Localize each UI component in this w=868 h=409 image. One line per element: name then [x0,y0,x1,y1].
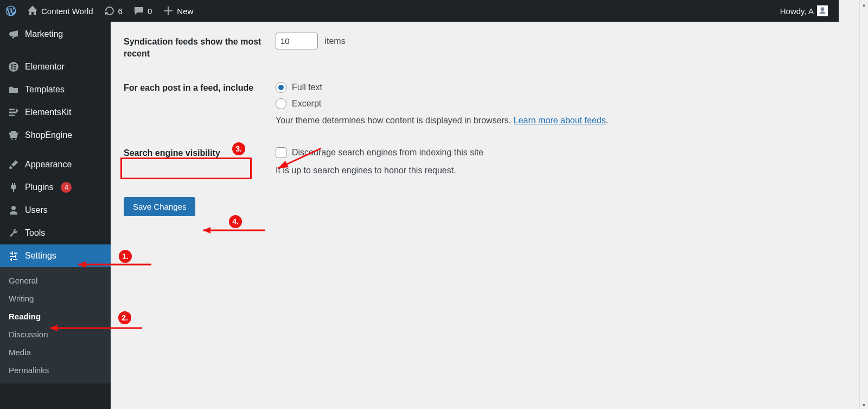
my-account-link[interactable]: Howdy, A [775,0,833,22]
updates-link[interactable]: 6 [99,0,128,22]
search-visibility-label: Search engine visibility [124,147,276,159]
submenu-discussion[interactable]: Discussion [0,325,111,343]
svg-rect-1 [11,64,12,70]
user-icon [8,204,20,216]
sidebar-item-tools[interactable]: Tools [0,222,111,244]
sidebar-item-label: Marketing [25,29,63,39]
cart-icon [8,129,20,141]
sidebar-item-label: Settings [25,251,56,261]
new-content-link[interactable]: New [157,0,199,22]
sidebar-item-label: Users [25,205,48,215]
feeds-recent-input[interactable] [276,33,318,49]
sidebar-item-elementskit[interactable]: ElementsKit [0,101,111,124]
update-icon [104,5,115,16]
row-search-visibility: Search engine visibility Discourage sear… [124,147,826,175]
settings-submenu: General Writing Reading Discussion Media… [0,267,111,383]
sidebar-item-label: Plugins [25,183,53,192]
sidebar-item-users[interactable]: Users [0,199,111,222]
svg-rect-4 [14,68,16,70]
search-visibility-note: It is up to search engines to honor this… [276,166,826,175]
elementskit-icon [8,106,20,118]
megaphone-icon [8,28,20,40]
plus-icon [163,5,174,16]
svg-rect-2 [14,64,16,65]
save-changes-button[interactable]: Save Changes [124,197,195,216]
comments-count: 0 [148,7,152,16]
admin-sidebar: Marketing Elementor Templates ElementsKi… [0,22,111,409]
sidebar-item-label: ElementsKit [25,108,71,117]
row-feed-include: For each post in a feed, include Full te… [124,82,826,125]
wordpress-icon [5,5,16,16]
feed-desc-suffix: . [606,116,608,125]
feed-desc-prefix: Your theme determines how content is dis… [276,116,514,125]
sidebar-item-templates[interactable]: Templates [0,78,111,101]
radio-full-text[interactable] [276,82,286,93]
submenu-writing[interactable]: Writing [0,290,111,307]
sidebar-item-label: ShopEngine [25,130,72,140]
svg-rect-3 [14,66,16,67]
submenu-reading[interactable]: Reading [0,307,111,325]
howdy-label: Howdy, A [780,7,814,16]
avatar-icon [817,5,828,16]
site-name-label: Content World [41,7,93,16]
radio-full-text-label: Full text [292,83,322,92]
sidebar-item-label: Elementor [25,62,65,72]
home-icon [27,5,38,16]
sidebar-item-label: Appearance [25,160,72,169]
sidebar-item-label: Tools [25,228,45,238]
admin-bar: Content World 6 0 New Howdy, A [0,0,839,22]
wp-logo[interactable] [0,0,22,22]
plugins-update-badge: 4 [61,182,72,193]
brush-icon [8,159,20,171]
sidebar-item-shopengine[interactable]: ShopEngine [0,124,111,147]
sidebar-item-settings[interactable]: Settings [0,244,111,267]
submenu-general[interactable]: General [0,272,111,290]
elementor-icon [8,61,20,73]
site-name-link[interactable]: Content World [22,0,99,22]
plug-icon [8,181,20,193]
radio-excerpt-label: Excerpt [292,99,321,109]
folder-icon [8,84,20,96]
submenu-media[interactable]: Media [0,343,111,361]
sidebar-item-marketing[interactable]: Marketing [0,22,111,49]
wrench-icon [8,227,20,239]
feed-include-label: For each post in a feed, include [124,82,276,94]
sliders-icon [8,250,20,262]
new-label: New [177,7,193,16]
comments-link[interactable]: 0 [128,0,157,22]
radio-excerpt[interactable] [276,98,286,109]
submenu-permalinks[interactable]: Permalinks [0,361,111,379]
sidebar-item-appearance[interactable]: Appearance [0,153,111,176]
sidebar-item-plugins[interactable]: Plugins 4 [0,176,111,199]
settings-reading-page: Syndication feeds show the most recent i… [111,22,839,409]
discourage-label: Discourage search engines from indexing … [292,148,483,158]
sidebar-item-elementor[interactable]: Elementor [0,55,111,78]
learn-more-feeds-link[interactable]: Learn more about feeds [514,116,606,125]
discourage-checkbox[interactable] [276,147,286,158]
sidebar-item-label: Templates [25,85,65,95]
feeds-recent-unit: items [324,36,345,46]
comment-icon [133,5,144,16]
feeds-recent-label: Syndication feeds show the most recent [124,33,276,60]
updates-count: 6 [118,7,123,16]
row-syndication-feeds: Syndication feeds show the most recent i… [124,33,826,60]
